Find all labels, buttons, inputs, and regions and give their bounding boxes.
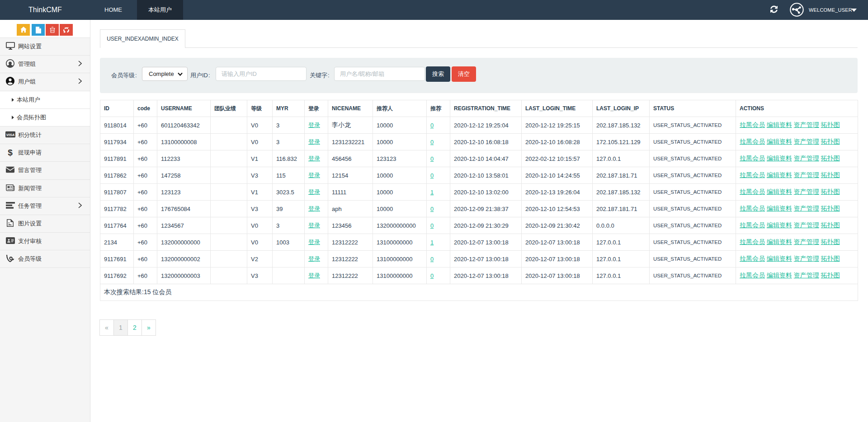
svg-text:VISA: VISA xyxy=(6,133,15,137)
